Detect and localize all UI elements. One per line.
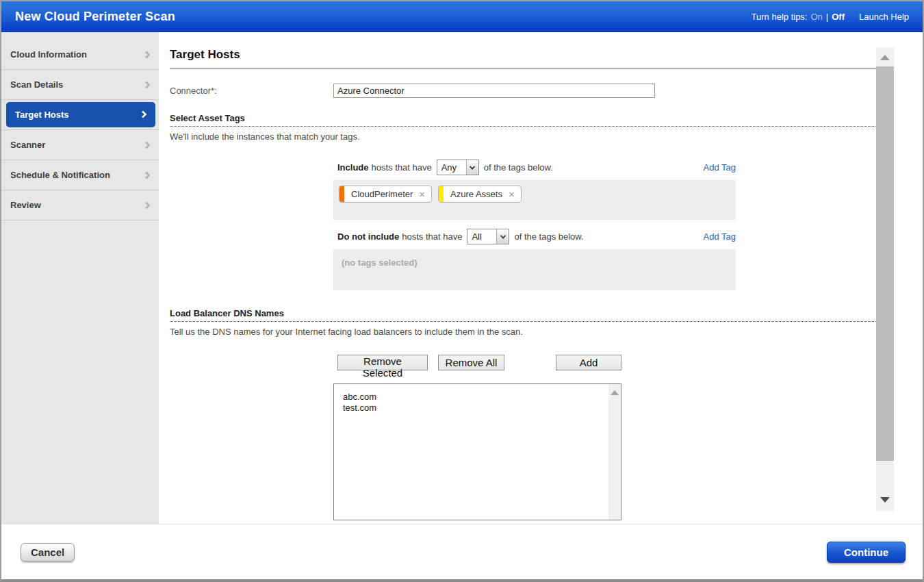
exclude-suffix-text: of the tags below.	[514, 231, 583, 242]
dns-actions-row: Remove Selected Remove All Add	[337, 355, 851, 370]
include-rule-text: Include hosts that have Any of the tags …	[337, 160, 553, 175]
chevron-right-icon	[142, 51, 150, 58]
chevron-down-icon	[496, 229, 509, 244]
chevron-right-icon	[142, 141, 150, 149]
help-tips-divider: |	[826, 12, 828, 22]
sidebar-item-label: Cloud Information	[10, 49, 87, 60]
include-rule-row: Include hosts that have Any of the tags …	[333, 160, 736, 175]
launch-help-link[interactable]: Launch Help	[859, 12, 909, 22]
remove-selected-button[interactable]: Remove Selected	[337, 355, 428, 370]
help-tips-on-toggle[interactable]: On	[810, 12, 822, 22]
exclude-keyword: Do not include	[337, 231, 399, 242]
sidebar-item-label: Review	[10, 200, 41, 210]
dns-names-listbox[interactable]: abc.com test.com	[333, 383, 621, 520]
main-content: Target Hosts Connector*: Select Asset Ta…	[159, 32, 923, 524]
tag-color-bar	[339, 186, 344, 202]
help-tips-off-toggle[interactable]: Off	[832, 12, 845, 22]
dialog-header: New Cloud Perimeter Scan Turn help tips:…	[1, 1, 923, 32]
include-middle-text: hosts that have	[372, 162, 432, 173]
scroll-up-icon[interactable]	[880, 55, 890, 60]
dns-list-item[interactable]: abc.com	[343, 392, 600, 403]
scroll-down-icon[interactable]	[880, 497, 890, 503]
new-cloud-perimeter-scan-dialog: New Cloud Perimeter Scan Turn help tips:…	[0, 0, 924, 582]
scrollbar-thumb[interactable]	[876, 66, 894, 461]
tag-label: Azure Assets	[444, 189, 509, 199]
remove-all-button[interactable]: Remove All	[438, 355, 504, 370]
dialog-footer: Cancel Continue	[1, 524, 923, 579]
sidebar-item-review[interactable]: Review	[1, 190, 159, 220]
connector-row: Connector*:	[170, 84, 851, 98]
tag-chip-cloudperimeter[interactable]: CloudPerimeter ×	[339, 186, 432, 203]
tag-label: CloudPerimeter	[344, 189, 419, 199]
remove-tag-icon[interactable]: ×	[509, 189, 521, 199]
sidebar-item-label: Scan Details	[10, 79, 63, 90]
sidebar-item-cloud-information[interactable]: Cloud Information	[1, 40, 159, 70]
exclude-add-tag-link[interactable]: Add Tag	[704, 231, 736, 242]
sidebar-item-schedule-notification[interactable]: Schedule & Notification	[1, 160, 159, 190]
load-balancer-section: Load Balancer DNS Names Tell us the DNS …	[170, 308, 878, 337]
remove-tag-icon[interactable]: ×	[419, 189, 431, 199]
add-dns-button[interactable]: Add	[556, 355, 621, 370]
sidebar-item-scanner[interactable]: Scanner	[1, 130, 159, 160]
dns-list-item[interactable]: test.com	[343, 403, 600, 414]
load-balancer-title: Load Balancer DNS Names	[170, 308, 878, 322]
include-add-tag-link[interactable]: Add Tag	[704, 162, 736, 173]
dialog-body: Cloud Information Scan Details Target Ho…	[1, 32, 923, 524]
chevron-right-icon	[142, 171, 150, 179]
exclude-rule-text: Do not include hosts that have All of th…	[337, 229, 584, 244]
include-keyword: Include	[337, 162, 369, 173]
include-suffix-text: of the tags below.	[484, 162, 553, 173]
exclude-match-select[interactable]: All	[467, 229, 509, 244]
connector-input[interactable]	[333, 84, 655, 98]
include-tags-block: Include hosts that have Any of the tags …	[333, 160, 736, 290]
chevron-right-icon	[142, 201, 150, 209]
exclude-match-value: All	[472, 231, 481, 242]
no-tags-selected-text: (no tags selected)	[339, 255, 420, 270]
include-tags-area: CloudPerimeter × Azure Assets ×	[333, 180, 736, 220]
exclude-tags-area: (no tags selected)	[333, 249, 736, 290]
exclude-middle-text: hosts that have	[402, 231, 462, 242]
load-balancer-description: Tell us the DNS names for your Internet …	[170, 327, 878, 337]
chevron-down-icon	[466, 160, 478, 175]
page-title: Target Hosts	[170, 48, 878, 68]
connector-label: Connector*:	[170, 86, 333, 96]
continue-button[interactable]: Continue	[827, 542, 906, 563]
tag-chip-azure-assets[interactable]: Azure Assets ×	[438, 186, 522, 203]
dialog-title: New Cloud Perimeter Scan	[15, 10, 175, 24]
chevron-right-icon	[139, 110, 146, 118]
scroll-up-icon[interactable]	[611, 390, 619, 395]
content-scrollbar[interactable]	[876, 47, 894, 511]
select-asset-tags-title: Select Asset Tags	[170, 113, 878, 127]
sidebar-item-target-hosts[interactable]: Target Hosts	[1, 100, 159, 130]
tag-color-bar	[439, 186, 444, 202]
sidebar-item-label: Target Hosts	[15, 110, 69, 120]
exclude-rule-row: Do not include hosts that have All of th…	[333, 229, 736, 244]
sidebar-item-scan-details[interactable]: Scan Details	[1, 70, 159, 100]
sidebar-item-label: Scanner	[10, 140, 45, 150]
include-match-select[interactable]: Any	[437, 160, 479, 175]
include-match-value: Any	[441, 162, 457, 173]
header-help-controls: Turn help tips: On | Off Launch Help	[752, 12, 909, 22]
select-asset-tags-section: Select Asset Tags We'll include the inst…	[170, 113, 878, 142]
listbox-scrollbar[interactable]	[608, 384, 621, 520]
chevron-right-icon	[142, 81, 150, 88]
cancel-button[interactable]: Cancel	[21, 543, 75, 561]
help-tips-label: Turn help tips:	[752, 12, 808, 22]
wizard-steps-sidebar: Cloud Information Scan Details Target Ho…	[1, 32, 159, 524]
select-asset-tags-description: We'll include the instances that match y…	[170, 131, 878, 142]
sidebar-item-label: Schedule & Notification	[10, 170, 110, 180]
